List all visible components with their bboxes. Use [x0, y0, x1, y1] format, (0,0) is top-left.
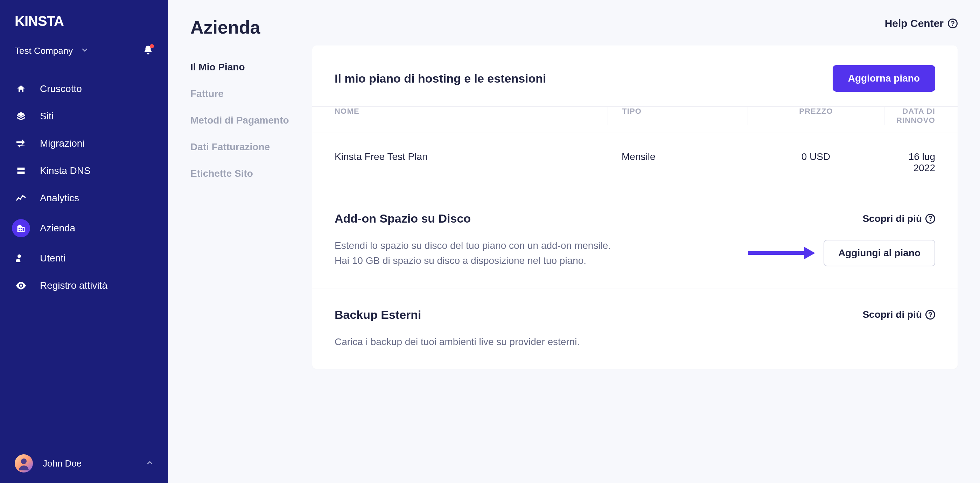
col-header-renew: DATA DI RINNOVO [884, 107, 935, 125]
backup-section: Backup Esterni Scopri di più ? Carica i … [312, 288, 958, 369]
plan-section-header: Il mio piano di hosting e le estensioni … [312, 46, 958, 107]
nav-label: Utenti [40, 253, 65, 264]
logo: KINSTA [15, 14, 168, 31]
subnav-item-fatture[interactable]: Fatture [190, 88, 312, 99]
subnav-list: Il Mio Piano Fatture Metodi di Pagamento… [190, 62, 312, 179]
sidebar-item-dns[interactable]: Kinsta DNS [0, 158, 168, 183]
disk-addon-desc: Estendi lo spazio su disco del tuo piano… [335, 238, 611, 269]
subnav-item-etichette[interactable]: Etichette Sito [190, 168, 312, 179]
layers-icon [15, 110, 27, 122]
sidebar-item-migrazioni[interactable]: Migrazioni [0, 131, 168, 156]
sidebar-item-siti[interactable]: Siti [0, 103, 168, 129]
sidebar-item-azienda[interactable]: Azienda [0, 213, 168, 244]
desc-line: Estendi lo spazio su disco del tuo piano… [335, 240, 611, 251]
avatar [15, 454, 33, 472]
col-header-name: NOME [335, 107, 608, 125]
subnav-item-piano[interactable]: Il Mio Piano [190, 62, 312, 73]
chevron-down-icon [81, 46, 88, 55]
analytics-icon [15, 192, 27, 204]
nav-list: Cruscotto Siti Migrazioni Kinsta DNS Ana… [0, 76, 168, 298]
plan-renew: 16 lug 2022 [884, 151, 935, 173]
nav-label: Azienda [40, 222, 75, 234]
question-icon: ? [948, 19, 958, 29]
nav-label: Migrazioni [40, 138, 85, 149]
sidebar-item-cruscotto[interactable]: Cruscotto [0, 76, 168, 102]
nav-label: Kinsta DNS [40, 165, 91, 176]
plan-table-header: NOME TIPO PREZZO DATA DI RINNOVO [312, 107, 958, 133]
desc-line: Hai 10 GB di spazio su disco a disposizi… [335, 255, 586, 266]
user-menu[interactable]: John Doe [0, 454, 168, 472]
nav-label: Siti [40, 111, 54, 122]
notification-dot [150, 44, 154, 48]
company-icon [12, 219, 30, 237]
col-header-type: TIPO [608, 107, 748, 125]
company-selector[interactable]: Test Company [15, 46, 88, 56]
eye-icon [15, 279, 27, 292]
users-icon [15, 252, 27, 265]
migrate-icon [15, 137, 27, 150]
main-card: Il mio piano di hosting e le estensioni … [312, 46, 958, 369]
header-row: Help Center ? [312, 17, 958, 29]
plan-price: 0 USD [748, 151, 884, 173]
company-name: Test Company [15, 46, 73, 56]
sidebar: KINSTA Test Company Cruscotto Siti Migra… [0, 0, 168, 483]
disk-addon-section: Add-on Spazio su Disco Scopri di più ? E… [312, 192, 958, 288]
plan-name: Kinsta Free Test Plan [335, 151, 608, 173]
plan-table-row: Kinsta Free Test Plan Mensile 0 USD 16 l… [312, 133, 958, 192]
plan-type: Mensile [608, 151, 748, 173]
help-center-link[interactable]: Help Center ? [885, 17, 958, 29]
backup-learn-more-link[interactable]: Scopri di più ? [862, 309, 935, 320]
learn-more-label: Scopri di più [862, 213, 922, 224]
add-to-plan-button[interactable]: Aggiungi al piano [824, 240, 935, 266]
company-selector-row: Test Company [0, 45, 168, 76]
upgrade-plan-button[interactable]: Aggiorna piano [833, 65, 935, 92]
subnav-item-fatturazione[interactable]: Dati Fatturazione [190, 141, 312, 153]
backup-title: Backup Esterni [335, 308, 422, 322]
subnav-item-pagamento[interactable]: Metodi di Pagamento [190, 115, 312, 126]
page-title: Azienda [190, 17, 312, 38]
nav-label: Registro attività [40, 280, 107, 291]
plan-section-title: Il mio piano di hosting e le estensioni [335, 72, 546, 86]
notifications-button[interactable] [143, 45, 153, 57]
logo-text: KINSTA [15, 14, 64, 29]
sidebar-item-utenti[interactable]: Utenti [0, 246, 168, 271]
subnav: Azienda Il Mio Piano Fatture Metodi di P… [168, 0, 312, 483]
main-content: Help Center ? Il mio piano di hosting e … [312, 0, 980, 483]
disk-addon-title: Add-on Spazio su Disco [335, 212, 471, 226]
question-icon: ? [925, 310, 935, 319]
svg-point-0 [21, 459, 27, 464]
annotation-arrow [748, 247, 815, 259]
help-center-label: Help Center [885, 17, 943, 29]
disk-learn-more-link[interactable]: Scopri di più ? [862, 213, 935, 224]
nav-label: Cruscotto [40, 83, 82, 94]
dns-icon [15, 165, 27, 177]
nav-label: Analytics [40, 192, 79, 204]
sidebar-item-analytics[interactable]: Analytics [0, 186, 168, 211]
learn-more-label: Scopri di più [862, 309, 922, 320]
chevron-up-icon [146, 459, 153, 468]
sidebar-item-registro[interactable]: Registro attività [0, 273, 168, 298]
question-icon: ? [925, 214, 935, 224]
user-name: John Doe [43, 458, 81, 469]
backup-desc: Carica i backup dei tuoi ambienti live s… [335, 334, 580, 349]
col-header-price: PREZZO [748, 107, 884, 125]
home-icon [15, 83, 27, 95]
